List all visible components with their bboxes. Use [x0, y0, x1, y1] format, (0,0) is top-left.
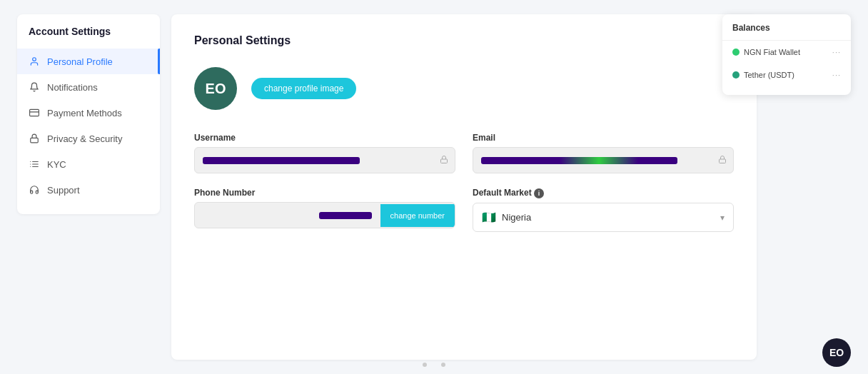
- chevron-down-icon: ▾: [720, 213, 725, 223]
- usdt-wallet-name: Tether (USDT): [744, 71, 794, 79]
- avatar: EO: [194, 67, 237, 110]
- sidebar-title: Account Settings: [17, 26, 160, 49]
- ngn-wallet-name: NGN Fiat Wallet: [744, 48, 800, 56]
- phone-group: Phone Number change number: [194, 188, 455, 232]
- email-mask: [481, 157, 677, 164]
- sidebar-item-payment-methods[interactable]: Payment Methods: [17, 100, 160, 126]
- avatar-section: EO change profile image: [194, 67, 734, 110]
- sidebar-item-support[interactable]: Support: [17, 177, 160, 203]
- username-label: Username: [194, 133, 455, 143]
- market-label-text: Default Market: [473, 188, 532, 198]
- phone-input-area: [195, 203, 380, 228]
- svg-rect-3: [31, 138, 39, 142]
- user-icon: [29, 56, 40, 67]
- svg-rect-10: [441, 159, 448, 163]
- sidebar-label-kyc: KYC: [47, 159, 66, 170]
- svg-point-0: [33, 58, 36, 61]
- bell-icon: [29, 81, 40, 93]
- phone-label: Phone Number: [194, 188, 455, 198]
- phone-row: change number: [194, 202, 455, 228]
- ngn-dots[interactable]: ···: [832, 48, 841, 56]
- balance-ngn-left: NGN Fiat Wallet: [732, 48, 800, 56]
- list-icon: [29, 158, 40, 170]
- balance-usdt-left: Tether (USDT): [732, 71, 794, 79]
- market-info-icon[interactable]: i: [534, 188, 544, 198]
- phone-mask: [319, 212, 371, 219]
- sidebar-label-privacy-security: Privacy & Security: [47, 133, 122, 144]
- usdt-dot: [732, 71, 740, 79]
- ngn-dot: [732, 49, 740, 56]
- page-wrapper: Account Settings Personal Profile: [0, 0, 868, 374]
- sidebar-item-kyc[interactable]: KYC: [17, 151, 160, 177]
- username-group: Username: [194, 133, 455, 173]
- sidebar-label-personal-profile: Personal Profile: [47, 56, 113, 67]
- username-input-wrapper: [194, 147, 455, 173]
- bottom-avatar-initials: EO: [829, 347, 844, 358]
- change-number-button[interactable]: change number: [380, 204, 455, 227]
- balances-panel: Balances NGN Fiat Wallet ··· Tether (USD…: [722, 14, 851, 95]
- sidebar: Account Settings Personal Profile: [17, 14, 160, 214]
- market-label: Default Market i: [473, 188, 734, 198]
- headset-icon: [29, 184, 40, 196]
- sidebar-item-notifications[interactable]: Notifications: [17, 74, 160, 100]
- usdt-dots[interactable]: ···: [832, 71, 841, 79]
- email-label: Email: [473, 133, 734, 143]
- market-value: Nigeria: [502, 212, 720, 223]
- market-select[interactable]: 🇳🇬 Nigeria ▾: [473, 203, 734, 232]
- balance-item-ngn[interactable]: NGN Fiat Wallet ···: [722, 41, 851, 64]
- sidebar-label-support: Support: [47, 185, 80, 196]
- svg-rect-11: [720, 159, 726, 163]
- change-profile-image-button[interactable]: change profile image: [251, 78, 356, 99]
- dot-1: [423, 363, 427, 367]
- market-group: Default Market i 🇳🇬 Nigeria ▾: [473, 188, 734, 232]
- sidebar-label-payment-methods: Payment Methods: [47, 108, 122, 118]
- balance-item-usdt[interactable]: Tether (USDT) ···: [722, 64, 851, 86]
- content-area: Account Settings Personal Profile: [0, 0, 868, 374]
- dot-2: [441, 363, 445, 367]
- sidebar-label-notifications: Notifications: [47, 82, 98, 93]
- main-content: Personal Settings EO change profile imag…: [171, 14, 757, 360]
- username-lock-icon: [440, 155, 448, 166]
- bottom-right-avatar[interactable]: EO: [822, 338, 851, 367]
- market-flag: 🇳🇬: [482, 211, 496, 224]
- username-mask: [203, 157, 360, 164]
- email-input-wrapper: [473, 147, 734, 173]
- phone-input[interactable]: [203, 210, 319, 221]
- email-group: Email: [473, 133, 734, 173]
- svg-rect-1: [30, 109, 39, 116]
- sidebar-item-privacy-security[interactable]: Privacy & Security: [17, 126, 160, 151]
- section-title: Personal Settings: [194, 34, 734, 47]
- lock-icon: [29, 133, 40, 144]
- balances-title: Balances: [722, 23, 851, 41]
- email-lock-icon: [718, 155, 727, 166]
- sidebar-item-personal-profile[interactable]: Personal Profile: [17, 49, 160, 74]
- bottom-dots: [423, 363, 445, 367]
- form-grid: Username Email: [194, 133, 734, 232]
- credit-card-icon: [29, 107, 40, 118]
